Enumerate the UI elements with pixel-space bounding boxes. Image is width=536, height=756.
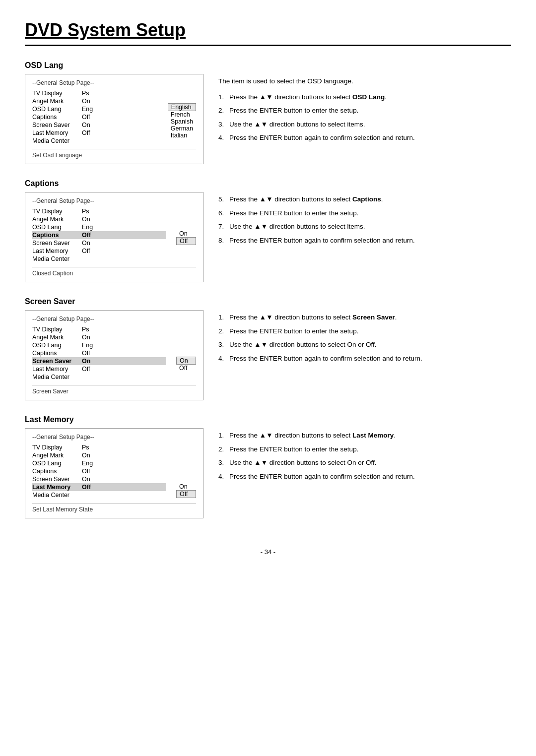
menu-lm-media-center: Media Center <box>32 491 166 499</box>
section-osd-lang-left: OSD Lang --General Setup Page-- TV Displ… <box>25 61 203 164</box>
menu-ss-last-memory: Last Memory Off <box>32 365 166 373</box>
section-captions: Captions --General Setup Page-- TV Displ… <box>25 179 511 282</box>
menu-last-memory: --General Setup Page-- TV Display Ps Ang… <box>25 428 203 518</box>
ss-step-4: 4. Press the ENTER button again to confi… <box>218 353 511 364</box>
screen-saver-steps: 1. Press the ▲▼ direction buttons to sel… <box>218 312 511 364</box>
osd-lang-step-1: 1. Press the ▲▼ direction buttons to sel… <box>218 92 511 103</box>
menu-lm-angel-mark: Angel Mark On <box>32 451 166 459</box>
menu-cap-last-memory: Last Memory Off <box>32 247 166 255</box>
ss-step-3: 3. Use the ▲▼ direction buttons to selec… <box>218 339 511 350</box>
lm-step-4: 4. Press the ENTER button again to confi… <box>218 471 511 482</box>
section-osd-lang: OSD Lang --General Setup Page-- TV Displ… <box>25 61 511 164</box>
menu-cap-tv-display: TV Display Ps <box>32 207 166 215</box>
page-title: DVD System Setup <box>25 20 511 46</box>
section-last-memory-instructions: 1. Press the ▲▼ direction buttons to sel… <box>218 415 511 518</box>
section-osd-lang-title: OSD Lang <box>25 61 203 70</box>
menu-ss-screen-saver: Screen Saver On <box>32 357 166 365</box>
menu-screen-saver: --General Setup Page-- TV Display Ps Ang… <box>25 310 203 400</box>
menu-ss-captions: Captions Off <box>32 349 166 357</box>
lm-step-2: 2. Press the ENTER button to enter the s… <box>218 444 511 455</box>
menu-lm-osd-lang: OSD Lang Eng <box>32 459 166 467</box>
menu-captions-header: --General Setup Page-- <box>32 197 196 204</box>
osd-lang-step-4: 4. Press the ENTER button again to confi… <box>218 132 511 143</box>
menu-osd-lang: --General Setup Page-- TV Display Ps Ang… <box>25 74 203 164</box>
section-captions-left: Captions --General Setup Page-- TV Displ… <box>25 179 203 282</box>
menu-row-media-center: Media Center <box>32 137 163 145</box>
page-number: - 34 - <box>25 548 511 556</box>
lm-step-3: 3. Use the ▲▼ direction buttons to selec… <box>218 457 511 468</box>
section-captions-instructions: 5. Press the ▲▼ direction buttons to sel… <box>218 179 511 282</box>
menu-lm-footer: Set Last Memory State <box>32 503 196 513</box>
menu-ss-tv-display: TV Display Ps <box>32 325 166 333</box>
menu-osd-lang-footer: Set Osd Language <box>32 149 196 159</box>
section-screen-saver-title: Screen Saver <box>25 297 203 306</box>
section-last-memory-title: Last Memory <box>25 415 203 424</box>
ss-step-1: 1. Press the ▲▼ direction buttons to sel… <box>218 312 511 323</box>
section-screen-saver-instructions: 1. Press the ▲▼ direction buttons to sel… <box>218 297 511 400</box>
menu-cap-angel-mark: Angel Mark On <box>32 215 166 223</box>
content-wrapper: OSD Lang --General Setup Page-- TV Displ… <box>25 61 511 533</box>
menu-lm-last-memory: Last Memory Off <box>32 483 166 491</box>
menu-lm-screen-saver: Screen Saver On <box>32 475 166 483</box>
menu-lm-captions: Captions Off <box>32 467 166 475</box>
menu-cap-captions: Captions Off <box>32 231 166 239</box>
menu-lm-tv-display: TV Display Ps <box>32 443 166 451</box>
menu-cap-screen-saver: Screen Saver On <box>32 239 166 247</box>
menu-ss-angel-mark: Angel Mark On <box>32 333 166 341</box>
captions-steps: 5. Press the ▲▼ direction buttons to sel… <box>218 194 511 246</box>
menu-row-tv-display: TV Display Ps <box>32 89 163 97</box>
menu-ss-footer: Screen Saver <box>32 385 196 395</box>
menu-cap-osd-lang: OSD Lang Eng <box>32 223 166 231</box>
section-screen-saver: Screen Saver --General Setup Page-- TV D… <box>25 297 511 400</box>
osd-lang-step-2: 2. Press the ENTER button to enter the s… <box>218 105 511 116</box>
section-screen-saver-left: Screen Saver --General Setup Page-- TV D… <box>25 297 203 400</box>
section-captions-title: Captions <box>25 179 203 188</box>
captions-step-5: 5. Press the ▲▼ direction buttons to sel… <box>218 194 511 205</box>
menu-ss-header: --General Setup Page-- <box>32 315 196 322</box>
menu-row-osd-lang: OSD Lang Eng <box>32 105 163 113</box>
menu-cap-media-center: Media Center <box>32 255 166 263</box>
section-last-memory: Last Memory --General Setup Page-- TV Di… <box>25 415 511 518</box>
menu-row-angel-mark: Angel Mark On <box>32 97 163 105</box>
menu-osd-lang-header: --General Setup Page-- <box>32 79 196 86</box>
osd-lang-intro: The item is used to select the OSD langu… <box>218 76 511 87</box>
osd-lang-steps: 1. Press the ▲▼ direction buttons to sel… <box>218 92 511 143</box>
menu-row-screen-saver: Screen Saver On <box>32 121 163 129</box>
menu-row-last-memory: Last Memory Off <box>32 129 163 137</box>
osd-lang-step-3: 3. Use the ▲▼ direction buttons to selec… <box>218 119 511 130</box>
captions-step-8: 8. Press the ENTER button again to confi… <box>218 235 511 246</box>
section-osd-lang-instructions: The item is used to select the OSD langu… <box>218 61 511 164</box>
captions-step-7: 7. Use the ▲▼ direction buttons to selec… <box>218 221 511 232</box>
lm-step-1: 1. Press the ▲▼ direction buttons to sel… <box>218 430 511 441</box>
last-memory-steps: 1. Press the ▲▼ direction buttons to sel… <box>218 430 511 482</box>
menu-ss-media-center: Media Center <box>32 373 166 381</box>
menu-ss-osd-lang: OSD Lang Eng <box>32 341 166 349</box>
menu-captions: --General Setup Page-- TV Display Ps Ang… <box>25 192 203 282</box>
captions-step-6: 6. Press the ENTER button to enter the s… <box>218 208 511 219</box>
section-last-memory-left: Last Memory --General Setup Page-- TV Di… <box>25 415 203 518</box>
menu-captions-footer: Closed Caption <box>32 267 196 277</box>
menu-row-captions: Captions Off <box>32 113 163 121</box>
ss-step-2: 2. Press the ENTER button to enter the s… <box>218 326 511 337</box>
menu-lm-header: --General Setup Page-- <box>32 434 196 441</box>
